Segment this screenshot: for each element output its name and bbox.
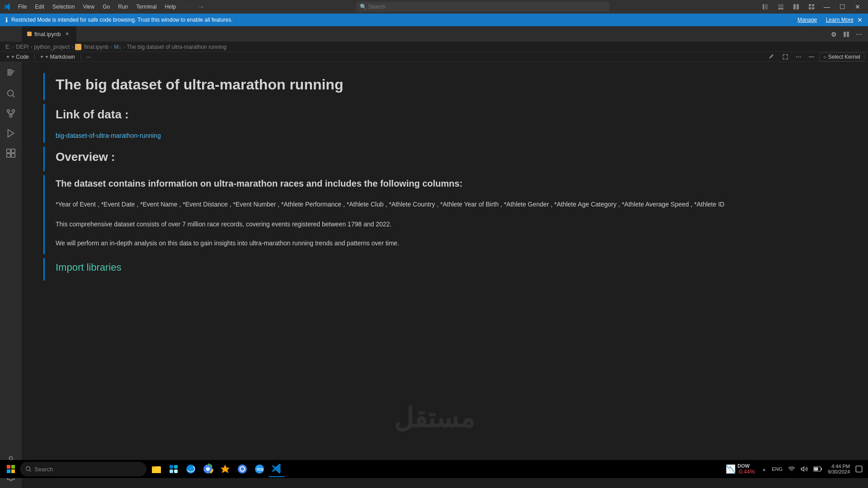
add-markdown-button[interactable]: + + Markdown <box>38 53 78 61</box>
info-bar: ℹ Restricted Mode is intended for safe c… <box>0 14 868 26</box>
more-cell-icon[interactable]: ⋯ <box>793 53 804 61</box>
cell-content-import: Import libraries <box>48 258 868 281</box>
breadcrumb-folder1[interactable]: DEPI <box>16 44 28 50</box>
collapse-cell-icon[interactable] <box>806 53 817 61</box>
layout-split-button[interactable] <box>789 0 803 14</box>
system-clock[interactable]: 4:44 PM 9/30/2024 <box>826 460 852 478</box>
svg-rect-64 <box>821 468 822 470</box>
layout-panel-button[interactable] <box>774 0 788 14</box>
nav-back-button[interactable]: ← <box>183 1 194 12</box>
svg-rect-17 <box>7 75 12 75</box>
svg-rect-14 <box>7 70 14 71</box>
cell-content-title: The big dataset of ultra-marathon runnin… <box>48 73 868 100</box>
info-bar-message: Restricted Mode is intended for safe cod… <box>11 17 794 23</box>
layout-sidebarpos-button[interactable] <box>759 0 772 14</box>
menu-terminal[interactable]: Terminal <box>132 2 160 12</box>
close-button[interactable]: ✕ <box>851 0 864 14</box>
svg-rect-13 <box>7 69 12 70</box>
cell-link-heading: Link of data : big-dataset-of-ultra-mara… <box>22 102 868 145</box>
select-kernel-button[interactable]: ○ Select Kernel <box>819 52 864 61</box>
watermark: مستقل <box>394 402 475 434</box>
breadcrumb-drive[interactable]: E: <box>5 44 10 50</box>
taskbar-file-explorer-button[interactable] <box>148 461 165 477</box>
svg-rect-51 <box>174 469 178 473</box>
menu-view[interactable]: View <box>79 2 98 12</box>
cell-border5 <box>43 258 45 281</box>
breadcrumb-heading[interactable]: The big dataset of ultra-marathon runnin… <box>127 44 226 50</box>
lang-indicator[interactable]: ENG <box>770 460 784 478</box>
menu-run[interactable]: Run <box>114 2 132 12</box>
title-bar-right: — ☐ ✕ <box>759 0 864 14</box>
system-tray[interactable]: ▲ <box>760 460 768 478</box>
svg-rect-15 <box>7 72 14 73</box>
breadcrumb-folder2[interactable]: python_project <box>34 44 70 50</box>
svg-point-22 <box>12 110 15 113</box>
volume-icon[interactable] <box>799 460 810 478</box>
menu-file[interactable]: File <box>14 2 30 12</box>
svg-rect-48 <box>170 465 173 469</box>
dataset-link[interactable]: big-dataset-of-ultra-marathon-running <box>56 132 161 139</box>
activity-bar <box>0 62 22 488</box>
svg-rect-12 <box>809 56 814 57</box>
svg-rect-41 <box>7 469 10 473</box>
breadcrumb-file[interactable]: final.ipynb <box>84 44 108 50</box>
maximize-button[interactable]: ☐ <box>835 0 849 14</box>
expand-cell-icon[interactable] <box>779 53 791 61</box>
cell-gutter2 <box>22 104 43 143</box>
title-search-input[interactable] <box>368 4 606 10</box>
wifi-icon[interactable] <box>786 460 797 478</box>
taskbar-app1-button[interactable]: ms <box>251 461 268 477</box>
taskbar-chrome2-button[interactable] <box>234 461 250 477</box>
activity-run-button[interactable] <box>3 125 19 141</box>
svg-point-58 <box>241 467 244 471</box>
battery-icon[interactable] <box>811 460 824 478</box>
menu-selection[interactable]: Selection <box>49 2 78 12</box>
menu-go[interactable]: Go <box>99 2 113 12</box>
tab-label: final.ipynb <box>34 31 61 38</box>
plus-markdown-icon: + <box>40 54 43 60</box>
activity-search-button[interactable] <box>3 85 19 102</box>
windows-start-button[interactable] <box>4 462 18 476</box>
tab-final-ipynb[interactable]: final.ipynb × <box>22 26 76 42</box>
notebook-main-title: The big dataset of ultra-marathon runnin… <box>56 76 861 93</box>
nav-forward-button[interactable]: → <box>196 1 207 12</box>
title-search-bar[interactable]: 🔍 <box>356 2 609 12</box>
notification-icon[interactable] <box>854 460 864 478</box>
minimize-button[interactable]: — <box>820 0 834 14</box>
cell-border2 <box>43 104 45 143</box>
svg-rect-9 <box>812 7 814 9</box>
taskbar-favorites-button[interactable] <box>217 461 233 477</box>
taskbar-apps: ms <box>148 461 285 477</box>
learn-more-link[interactable]: Learn More <box>826 17 854 23</box>
more-actions-icon[interactable]: ⋯ <box>854 29 864 40</box>
taskbar-search-bar[interactable]: Search <box>20 462 146 476</box>
settings-icon[interactable]: ⚙ <box>828 29 839 40</box>
menu-edit[interactable]: Edit <box>31 2 48 12</box>
taskbar-chrome-button[interactable] <box>200 461 216 477</box>
dow-info: DOW -0.44% <box>737 463 755 475</box>
activity-sourcecontrol-button[interactable] <box>3 105 19 122</box>
svg-rect-4 <box>793 4 796 9</box>
activity-explorer-button[interactable] <box>3 66 19 82</box>
split-editor-icon[interactable] <box>841 29 852 40</box>
more-toolbar-button[interactable]: ··· <box>84 53 94 61</box>
dow-icon: 📉 <box>726 464 736 474</box>
taskbar-vscode-button[interactable] <box>269 461 285 477</box>
taskbar-widget-button[interactable] <box>165 461 182 477</box>
tab-close-button[interactable]: × <box>64 30 71 38</box>
info-bar-close-button[interactable]: ✕ <box>857 16 863 23</box>
svg-rect-8 <box>809 7 811 9</box>
dow-label: DOW <box>737 463 755 469</box>
manage-link[interactable]: Manage <box>797 17 817 23</box>
add-code-button[interactable]: + + Code <box>4 53 32 61</box>
kernel-icon: ○ <box>823 54 826 60</box>
breadcrumb-section[interactable]: M↓ <box>114 44 121 50</box>
layout-grid-button[interactable] <box>805 0 818 14</box>
edit-cell-icon[interactable] <box>766 53 778 61</box>
activity-extensions-button[interactable] <box>3 145 19 161</box>
dow-ticker[interactable]: 📉 DOW -0.44% <box>722 460 758 478</box>
cell-overview: Overview : <box>22 145 868 173</box>
taskbar-edge-button[interactable] <box>183 461 199 477</box>
notebook-content-area[interactable]: The big dataset of ultra-marathon runnin… <box>22 62 868 488</box>
menu-help[interactable]: Help <box>161 2 180 12</box>
